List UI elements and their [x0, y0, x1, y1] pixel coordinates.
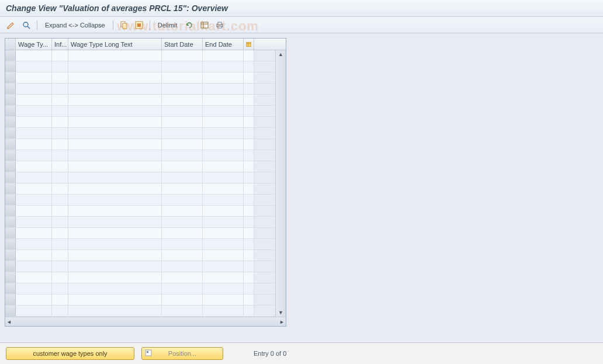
table-cell[interactable] — [68, 306, 162, 316]
table-cell[interactable] — [5, 272, 16, 283]
table-cell[interactable] — [162, 95, 203, 105]
table-cell[interactable] — [16, 139, 52, 150]
table-cell[interactable] — [244, 272, 254, 283]
table-cell[interactable] — [16, 72, 52, 83]
table-cell[interactable] — [5, 306, 16, 316]
table-cell[interactable] — [162, 195, 203, 205]
table-cell[interactable] — [162, 128, 203, 138]
table-cell[interactable] — [52, 95, 68, 105]
table-cell[interactable] — [16, 128, 52, 138]
table-cell[interactable] — [162, 272, 203, 283]
table-cell[interactable] — [203, 283, 244, 294]
table-cell[interactable] — [203, 261, 244, 272]
table-cell[interactable] — [162, 106, 203, 116]
table-cell[interactable] — [52, 250, 68, 261]
table-cell[interactable] — [68, 161, 162, 172]
table-cell[interactable] — [16, 206, 52, 216]
table-cell[interactable] — [203, 50, 244, 61]
col-header-long-text[interactable]: Wage Type Long Text — [68, 39, 162, 50]
table-cell[interactable] — [16, 283, 52, 294]
table-row[interactable] — [5, 272, 275, 283]
table-cell[interactable] — [244, 183, 254, 194]
table-cell[interactable] — [68, 272, 162, 283]
scroll-down-icon[interactable]: ▼ — [278, 310, 283, 316]
table-cell[interactable] — [5, 250, 16, 261]
table-cell[interactable] — [16, 95, 52, 105]
table-cell[interactable] — [244, 250, 254, 261]
table-cell[interactable] — [68, 294, 162, 305]
table-cell[interactable] — [203, 294, 244, 305]
vertical-scrollbar[interactable]: ▲ ▼ — [275, 50, 286, 317]
table-cell[interactable] — [244, 195, 254, 205]
table-cell[interactable] — [244, 283, 254, 294]
table-cell[interactable] — [68, 95, 162, 105]
table-cell[interactable] — [162, 150, 203, 161]
table-cell[interactable] — [162, 117, 203, 127]
table-cell[interactable] — [68, 250, 162, 261]
table-cell[interactable] — [162, 61, 203, 72]
table-row[interactable] — [5, 95, 275, 106]
table-cell[interactable] — [244, 228, 254, 238]
table-cell[interactable] — [162, 84, 203, 94]
table-cell[interactable] — [203, 195, 244, 205]
table-row[interactable] — [5, 228, 275, 239]
table-cell[interactable] — [52, 172, 68, 183]
customer-wage-types-button[interactable]: customer wage types only — [6, 347, 134, 360]
col-header-wage-type[interactable]: Wage Ty... — [16, 39, 52, 50]
table-row[interactable] — [5, 239, 275, 250]
table-cell[interactable] — [52, 72, 68, 83]
table-cell[interactable] — [68, 261, 162, 272]
scroll-up-icon[interactable]: ▲ — [278, 51, 283, 57]
table-cell[interactable] — [52, 283, 68, 294]
table-cell[interactable] — [5, 72, 16, 83]
scroll-left-icon[interactable]: ◄ — [6, 319, 12, 325]
table-cell[interactable] — [16, 217, 52, 227]
select-all-icon[interactable] — [133, 19, 145, 31]
table-row[interactable] — [5, 283, 275, 294]
table-row[interactable] — [5, 161, 275, 172]
col-header-start-date[interactable]: Start Date — [162, 39, 203, 50]
table-row[interactable] — [5, 61, 275, 72]
table-cell[interactable] — [16, 106, 52, 116]
table-cell[interactable] — [16, 150, 52, 161]
table-cell[interactable] — [16, 195, 52, 205]
table-row[interactable] — [5, 206, 275, 217]
table-cell[interactable] — [162, 206, 203, 216]
table-cell[interactable] — [203, 206, 244, 216]
table-cell[interactable] — [162, 294, 203, 305]
table-cell[interactable] — [16, 50, 52, 61]
table-cell[interactable] — [244, 106, 254, 116]
table-cell[interactable] — [244, 150, 254, 161]
table-cell[interactable] — [162, 261, 203, 272]
table-cell[interactable] — [162, 306, 203, 316]
table-row[interactable] — [5, 306, 275, 317]
table-cell[interactable] — [162, 239, 203, 249]
table-row[interactable] — [5, 84, 275, 95]
table-cell[interactable] — [244, 206, 254, 216]
table-cell[interactable] — [162, 228, 203, 238]
table-cell[interactable] — [203, 306, 244, 316]
table-cell[interactable] — [5, 206, 16, 216]
table-cell[interactable] — [16, 250, 52, 261]
table-cell[interactable] — [68, 206, 162, 216]
table-cell[interactable] — [244, 128, 254, 138]
table-cell[interactable] — [203, 72, 244, 83]
table-cell[interactable] — [203, 95, 244, 105]
table-cell[interactable] — [52, 106, 68, 116]
table-cell[interactable] — [203, 128, 244, 138]
table-cell[interactable] — [5, 294, 16, 305]
table-cell[interactable] — [244, 294, 254, 305]
table-cell[interactable] — [244, 61, 254, 72]
table-row[interactable] — [5, 261, 275, 272]
table-row[interactable] — [5, 172, 275, 183]
table-cell[interactable] — [16, 272, 52, 283]
table-cell[interactable] — [5, 61, 16, 72]
table-cell[interactable] — [68, 128, 162, 138]
table-cell[interactable] — [52, 128, 68, 138]
table-cell[interactable] — [52, 183, 68, 194]
table-cell[interactable] — [68, 183, 162, 194]
col-header-selector[interactable] — [5, 39, 16, 50]
table-cell[interactable] — [5, 239, 16, 249]
table-cell[interactable] — [52, 84, 68, 94]
table-cell[interactable] — [203, 139, 244, 150]
